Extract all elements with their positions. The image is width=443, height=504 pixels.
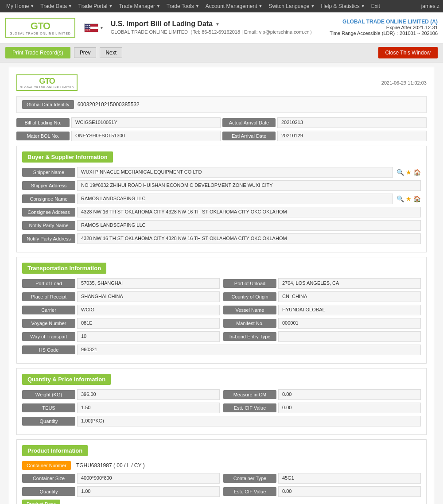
header-bar: GTO GLOBAL TRADE ONLINE LIMITED ★★★★★★★★… (0, 12, 443, 43)
doc-logo-gto: GTO (39, 77, 55, 86)
prod-cif-label: Esti. CIF Value (223, 487, 276, 496)
place-receipt-value: SHANGHAI CHINA (77, 291, 220, 302)
voyage-col: Voyage Number 081E (22, 318, 220, 329)
bol-label: Bill of Lading No. (16, 118, 70, 127)
print-button-top[interactable]: Print Trade Record(s) (5, 47, 70, 58)
receipt-origin-row: Place of Receipt SHANGHAI CHINA Country … (22, 291, 421, 302)
mater-bol-row: Mater BOL No. ONEYSH0FSDT51300 Esti Arri… (16, 131, 427, 141)
nav-trade-portal-caret: ▼ (109, 4, 113, 8)
consignee-icons: 🔍 ★ 🏠 (396, 195, 421, 202)
notify-party-address-label: Notify Party Address (22, 234, 75, 243)
container-num-value: TGHU6831987 ( 00 / L / CY ) (73, 461, 148, 470)
vessel-label: Vessel Name (223, 306, 276, 314)
esti-cif-col: Esti. CIF Value 0.00 (223, 403, 421, 413)
nav-trade-portal[interactable]: Trade Portal ▼ (76, 0, 116, 12)
main-content: GTO GLOBAL TRADE ONLINE LIMITED 2021-06-… (0, 62, 443, 504)
mater-bol-label: Mater BOL No. (16, 132, 70, 140)
vessel-col: Vessel Name HYUNDAI GLOBAL (223, 305, 421, 315)
consignee-address-row: Consignee Address 4328 NW 16 TH ST OKLAH… (22, 207, 421, 217)
quantity-price-header: Quantity & Price Information (22, 374, 111, 385)
manifest-col: Manifest No. 000001 (223, 318, 421, 329)
consignee-star-icon[interactable]: ★ (406, 195, 412, 202)
consignee-home-icon[interactable]: 🏠 (413, 195, 421, 202)
manifest-value: 000001 (278, 318, 421, 329)
quantity-value: 1.00(PKG) (77, 416, 421, 426)
close-button-top[interactable]: Close This Window (378, 47, 438, 58)
nav-trade-tools-caret: ▼ (195, 4, 199, 8)
teus-label: TEUS (22, 403, 75, 412)
doc-logo-sub: GLOBAL TRADE ONLINE LIMITED (20, 86, 74, 89)
vessel-value: HYUNDAI GLOBAL (278, 305, 421, 315)
shipper-star-icon[interactable]: ★ (406, 169, 412, 176)
teus-col: TEUS 1.50 (22, 403, 220, 413)
logo-box: GTO GLOBAL TRADE ONLINE LIMITED (5, 18, 75, 38)
esti-arrival-value: 20210129 (277, 131, 427, 141)
product-desc-block: Product Desc PLATE COMPACTOR (22, 500, 421, 504)
consignee-search-icon[interactable]: 🔍 (396, 195, 404, 202)
nav-exit[interactable]: Exit (369, 0, 383, 12)
transportation-section: Transportation Information Port of Load … (16, 257, 427, 364)
weight-col: Weight (KG) 396.00 (22, 389, 220, 400)
way-transport-col: Way of Transport 10 (22, 331, 220, 342)
nav-switch-language[interactable]: Switch Language ▼ (266, 0, 317, 12)
doc-logo: GTO GLOBAL TRADE ONLINE LIMITED (16, 74, 78, 91)
notify-party-name-row: Notify Party Name RAMOS LANDSCAPING LLC (22, 220, 421, 231)
container-size-col: Container Size 4000*900*800 (22, 473, 220, 484)
nav-trade-manager[interactable]: Trade Manager ▼ (116, 0, 163, 12)
container-num-label: Container Number (22, 461, 71, 470)
nav-account-caret: ▼ (259, 4, 263, 8)
title-caret: ▼ (215, 22, 220, 27)
container-type-value: 45G1 (278, 473, 421, 484)
prev-button-top[interactable]: Prev (74, 47, 97, 58)
actual-arrival-label: Actual Arrival Date (222, 118, 276, 127)
hs-code-row: HS Code 960321 (22, 345, 421, 355)
shipper-search-icon[interactable]: 🔍 (396, 169, 404, 176)
way-transport-label: Way of Transport (22, 332, 75, 341)
voyage-manifest-row: Voyage Number 081E Manifest No. 000001 (22, 318, 421, 329)
container-type-col: Container Type 45G1 (223, 473, 421, 484)
buyer-supplier-section: Buyer & Supplier Information Shipper Nam… (16, 146, 427, 252)
flag-caret: ▼ (100, 26, 104, 30)
nav-trade-tools[interactable]: Trade Tools ▼ (164, 0, 202, 12)
country-origin-value: CN, CHINA (278, 291, 421, 302)
nav-trade-data[interactable]: Trade Data ▼ (38, 0, 75, 12)
ldr-range: Time Range Accessible (LDR)：201001 ~ 202… (330, 30, 438, 37)
country-origin-label: Country of Origin (223, 292, 276, 301)
expire-date: Expire After 2021-12-31 (330, 25, 438, 30)
global-identity-label: Global Data Identity (22, 100, 74, 109)
measure-label: Measure in CM (223, 390, 276, 399)
shipper-name-row: Shipper Name WUXI PINNACLE MECHANICAL EQ… (22, 167, 421, 178)
nav-my-home[interactable]: My Home ▼ (4, 0, 37, 12)
flag-canton: ★★★★★★★★★ (85, 24, 90, 29)
nav-account-management[interactable]: Account Management ▼ (203, 0, 265, 12)
nav-help-statistics[interactable]: Help & Statistics ▼ (318, 0, 367, 12)
container-type-label: Container Type (223, 474, 276, 483)
prod-qty-label: Quantity (22, 487, 75, 496)
shipper-home-icon[interactable]: 🏠 (413, 169, 421, 176)
bol-value: WCIGSE1010051Y (71, 117, 221, 128)
notify-party-address-row: Notify Party Address 4328 NW 16 TH ST OK… (22, 233, 421, 244)
next-button-top[interactable]: Next (100, 47, 122, 58)
logo-sub: GLOBAL TRADE ONLINE LIMITED (10, 32, 71, 35)
notify-party-name-value: RAMOS LANDSCAPING LLC (77, 220, 421, 231)
container-num-row: Container Number TGHU6831987 ( 00 / L / … (22, 461, 421, 470)
transportation-header: Transportation Information (22, 263, 106, 274)
shipper-address-row: Shipper Address NO 19#6032 ZHIHUI ROAD H… (22, 180, 421, 191)
shipper-name-label: Shipper Name (22, 168, 75, 177)
shipper-address-label: Shipper Address (22, 181, 75, 190)
weight-measure-row: Weight (KG) 396.00 Measure in CM 0.00 (22, 389, 421, 400)
doc-header: GTO GLOBAL TRADE ONLINE LIMITED 2021-06-… (16, 74, 427, 91)
weight-value: 396.00 (77, 389, 220, 400)
quantity-price-section: Quantity & Price Information Weight (KG)… (16, 368, 427, 435)
inbond-col: In-bond Entry Type (223, 331, 421, 342)
logo-area: GTO GLOBAL TRADE ONLINE LIMITED (5, 18, 75, 38)
account-company: GLOBAL TRADE ONLINE LIMITED (A) (330, 19, 438, 25)
hs-code-value: 960321 (77, 345, 421, 355)
flag-area[interactable]: ★★★★★★★★★ ▼ (84, 23, 104, 32)
doc-card: GTO GLOBAL TRADE ONLINE LIMITED 2021-06-… (9, 67, 434, 504)
prod-qty-value: 1.00 (77, 486, 220, 497)
teus-cif-row: TEUS 1.50 Esti. CIF Value 0.00 (22, 403, 421, 413)
port-row: Port of Load 57035, SHANGHAI Port of Unl… (22, 278, 421, 289)
place-receipt-label: Place of Receipt (22, 292, 75, 301)
global-identity-value: 600320210215000385532 (78, 101, 140, 108)
